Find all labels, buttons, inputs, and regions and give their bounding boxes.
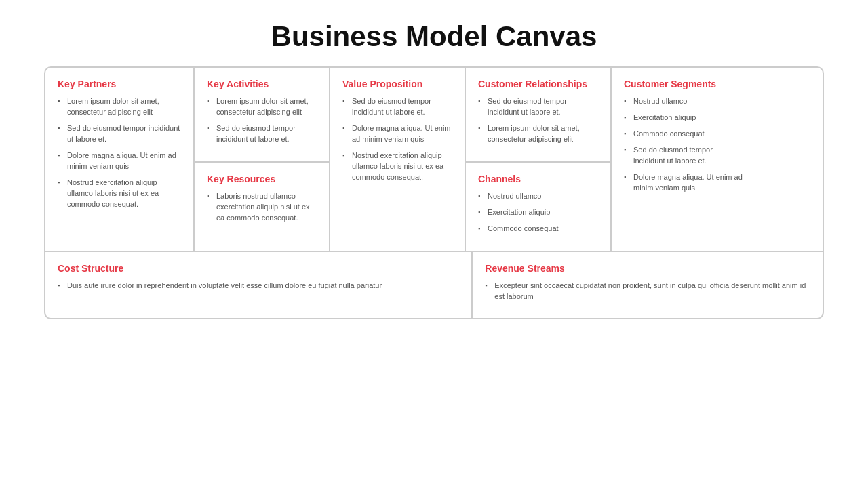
list-item: Lorem ipsum dolor sit amet, consectetur … — [478, 123, 598, 145]
key-resources-list: Laboris nostrud ullamco exercitation ali… — [207, 191, 317, 224]
revenue-streams-list: Excepteur sint occaecat cupidatat non pr… — [485, 281, 810, 302]
customer-rel-channels-cell: Customer Relationships Sed do eiusmod te… — [466, 68, 612, 251]
list-item: Sed do eiusmod tempor incididunt ut labo… — [478, 96, 598, 118]
channels-list: Nostrud ullamco Exercitation aliquip Com… — [478, 191, 598, 235]
cost-structure-cell: Cost Structure Duis aute irure dolor in … — [45, 252, 473, 319]
key-partners-list: Lorem ipsum dolor sit amet, consectetur … — [58, 96, 181, 215]
list-item: Duis aute irure dolor in reprehenderit i… — [58, 281, 459, 291]
key-partners-title: Key Partners — [58, 79, 181, 89]
list-item: Commodo consequat — [624, 129, 745, 140]
key-activities-resources-cell: Key Activities Lorem ipsum dolor sit ame… — [195, 68, 330, 251]
revenue-streams-cell: Revenue Streams Excepteur sint occaecat … — [473, 252, 823, 319]
customer-relationships-section: Customer Relationships Sed do eiusmod te… — [466, 68, 610, 163]
key-activities-title: Key Activities — [207, 79, 317, 89]
value-proposition-list: Sed do eiusmod tempor incididunt ut labo… — [342, 96, 452, 188]
list-item: Sed do eiusmod tempor incididunt ut labo… — [58, 123, 181, 145]
customer-relationships-list: Sed do eiusmod tempor incididunt ut labo… — [478, 96, 598, 145]
key-resources-section: Key Resources Laboris nostrud ullamco ex… — [195, 163, 329, 251]
channels-title: Channels — [478, 174, 598, 184]
value-proposition-title: Value Proposition — [342, 79, 452, 89]
cost-structure-title: Cost Structure — [58, 263, 459, 274]
cost-structure-list: Duis aute irure dolor in reprehenderit i… — [58, 281, 459, 291]
list-item: Nostrud exercitation aliquip ullamco lab… — [342, 150, 452, 183]
list-item: Exercitation aliquip — [624, 113, 745, 123]
list-item: Laboris nostrud ullamco exercitation ali… — [207, 191, 317, 224]
value-proposition-cell: Value Proposition Sed do eiusmod tempor … — [330, 68, 466, 251]
list-item: Lorem ipsum dolor sit amet, consectetur … — [207, 96, 317, 118]
list-item: Dolore magna aliqua. Ut enim ad minim ve… — [58, 150, 181, 172]
bottom-section: Cost Structure Duis aute irure dolor in … — [45, 252, 823, 319]
list-item: Nostrud ullamco — [624, 96, 745, 107]
list-item: Sed do eiusmod tempor incididunt ut labo… — [207, 123, 317, 145]
list-item: Lorem ipsum dolor sit amet, consectetur … — [58, 96, 181, 118]
list-item: Dolore magna aliqua. Ut enim ad minim ve… — [342, 123, 452, 145]
list-item: Nostrud exercitation aliquip ullamco lab… — [58, 178, 181, 210]
list-item: Commodo consequat — [478, 224, 598, 235]
channels-section: Channels Nostrud ullamco Exercitation al… — [466, 163, 610, 251]
customer-relationships-title: Customer Relationships — [478, 79, 598, 89]
customer-segments-cell: Customer Segments Nostrud ullamco Exerci… — [612, 68, 757, 251]
customer-segments-title: Customer Segments — [624, 79, 745, 89]
key-partners-cell: Key Partners Lorem ipsum dolor sit amet,… — [45, 68, 195, 251]
key-activities-list: Lorem ipsum dolor sit amet, consectetur … — [207, 96, 317, 145]
key-activities-section: Key Activities Lorem ipsum dolor sit ame… — [195, 68, 329, 163]
list-item: Dolore magna aliqua. Ut enim ad minim ve… — [624, 172, 745, 194]
revenue-streams-title: Revenue Streams — [485, 263, 810, 274]
customer-segments-list: Nostrud ullamco Exercitation aliquip Com… — [624, 96, 745, 199]
business-model-canvas: Key Partners Lorem ipsum dolor sit amet,… — [44, 66, 824, 319]
list-item: Excepteur sint occaecat cupidatat non pr… — [485, 281, 810, 302]
list-item: Sed do eiusmod tempor incididunt ut labo… — [624, 145, 745, 167]
key-resources-title: Key Resources — [207, 174, 317, 184]
list-item: Exercitation aliquip — [478, 207, 598, 218]
list-item: Nostrud ullamco — [478, 191, 598, 202]
list-item: Sed do eiusmod tempor incididunt ut labo… — [342, 96, 452, 118]
top-section: Key Partners Lorem ipsum dolor sit amet,… — [45, 68, 823, 252]
page-title: Business Model Canvas — [271, 20, 597, 53]
